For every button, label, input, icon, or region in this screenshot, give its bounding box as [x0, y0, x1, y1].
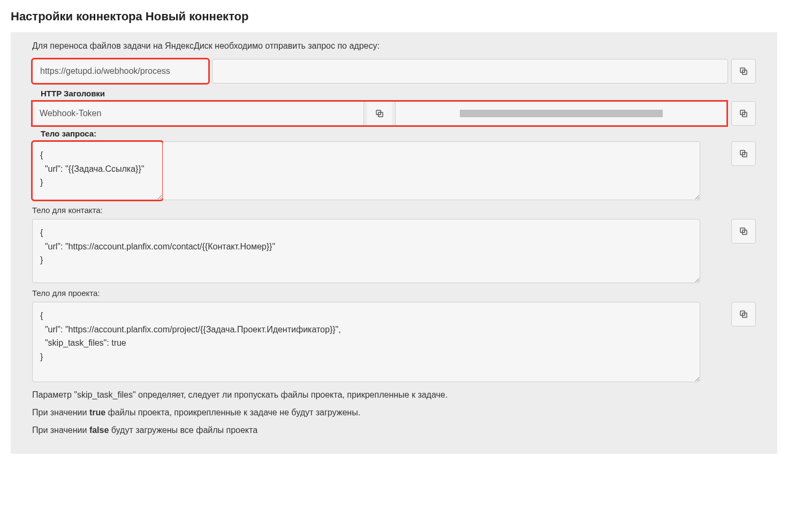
copy-icon — [739, 109, 748, 118]
webhook-url-spacer — [212, 59, 728, 83]
page-title: Настройки коннектора Новый коннектор — [0, 0, 788, 32]
header-name-input[interactable] — [32, 101, 364, 126]
copy-icon — [739, 66, 748, 76]
note-line-2: При значении true файлы проекта, проикре… — [32, 405, 756, 421]
content-panel: Для переноса файлов задачи на ЯндексДиск… — [11, 32, 777, 454]
body-project-textarea[interactable] — [32, 302, 700, 382]
http-headers-label: HTTP Заголовки — [41, 89, 756, 98]
note-line-1: Параметр "skip_task_files" определяет, с… — [32, 387, 756, 403]
copy-url-button[interactable] — [731, 59, 756, 83]
body-contact-textarea[interactable] — [32, 219, 700, 283]
copy-icon — [739, 149, 748, 158]
body-label: Тело запроса: — [41, 129, 756, 138]
intro-text: Для переноса файлов задачи на ЯндексДиск… — [32, 40, 756, 52]
body-task-textarea-ext[interactable] — [163, 141, 700, 200]
note-line-3: При значении false будут загружены все ф… — [32, 423, 756, 438]
copy-header-name-button[interactable] — [367, 101, 392, 126]
copy-header-value-button[interactable] — [731, 101, 756, 126]
header-value-input[interactable] — [395, 101, 727, 126]
webhook-url-input[interactable] — [32, 59, 209, 83]
redacted-value — [460, 110, 662, 117]
copy-body-task-button[interactable] — [731, 141, 756, 166]
body-project-label: Тело для проекта: — [32, 288, 756, 298]
body-contact-label: Тело для контакта: — [32, 206, 756, 215]
spacer — [703, 219, 728, 283]
copy-icon — [375, 109, 384, 118]
body-task-textarea[interactable] — [32, 141, 163, 200]
copy-body-contact-button[interactable] — [731, 219, 756, 244]
spacer — [703, 141, 728, 200]
copy-body-project-button[interactable] — [731, 302, 756, 326]
copy-icon — [739, 226, 748, 236]
copy-icon — [739, 309, 748, 319]
spacer — [703, 302, 728, 382]
